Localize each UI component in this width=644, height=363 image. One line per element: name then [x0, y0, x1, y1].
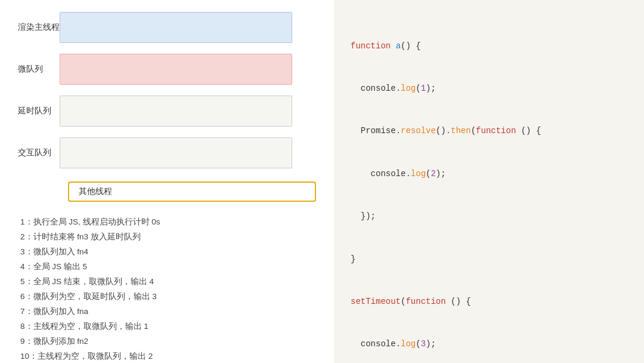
- step-item-7: 7：微队列加入 fna: [20, 304, 316, 319]
- step-item-3: 3：微队列加入 fn4: [20, 245, 316, 260]
- step-item-4: 4：全局 JS 输出 5: [20, 260, 316, 275]
- queue-label-interaction: 交互队列: [18, 147, 60, 158]
- queue-label-micro: 微队列: [18, 64, 60, 75]
- queue-row-micro: 微队列: [18, 54, 316, 85]
- step-item-5: 5：全局 JS 结束，取微队列，输出 4: [20, 275, 316, 290]
- step-item-1: 1：执行全局 JS, 线程启动执行计时 0s: [20, 215, 316, 230]
- step-item-8: 8：主线程为空，取微队列，输出 1: [20, 319, 316, 334]
- step-item-10: 10：主线程为空，取微队列，输出 2: [20, 349, 316, 363]
- queue-box-micro: [60, 54, 292, 85]
- code-panel: function a() { console.log(1); Promise.r…: [334, 0, 644, 363]
- queue-box-interaction: [60, 137, 292, 168]
- queue-box-render-main: [60, 12, 292, 43]
- queue-box-delay: [60, 96, 292, 127]
- queue-label-delay: 延时队列: [18, 106, 60, 116]
- queue-label-render-main: 渲染主线程: [18, 22, 60, 33]
- step-item-2: 2：计时结束将 fn3 放入延时队列: [20, 230, 316, 245]
- queue-row-interaction: 交互队列: [18, 137, 316, 168]
- other-thread-button[interactable]: 其他线程: [68, 182, 316, 202]
- queue-row-delay: 延时队列: [18, 96, 316, 127]
- step-item-9: 9：微队列添加 fn2: [20, 334, 316, 349]
- queues-container: 渲染主线程微队列延时队列交互队列: [18, 12, 316, 179]
- code-block: function a() { console.log(1); Promise.r…: [351, 11, 627, 363]
- queue-row-render-main: 渲染主线程: [18, 12, 316, 43]
- steps-list: 1：执行全局 JS, 线程启动执行计时 0s2：计时结束将 fn3 放入延时队列…: [20, 215, 316, 363]
- step-item-6: 6：微队列为空，取延时队列，输出 3: [20, 290, 316, 304]
- left-panel: 渲染主线程微队列延时队列交互队列 其他线程 1：执行全局 JS, 线程启动执行计…: [0, 0, 334, 363]
